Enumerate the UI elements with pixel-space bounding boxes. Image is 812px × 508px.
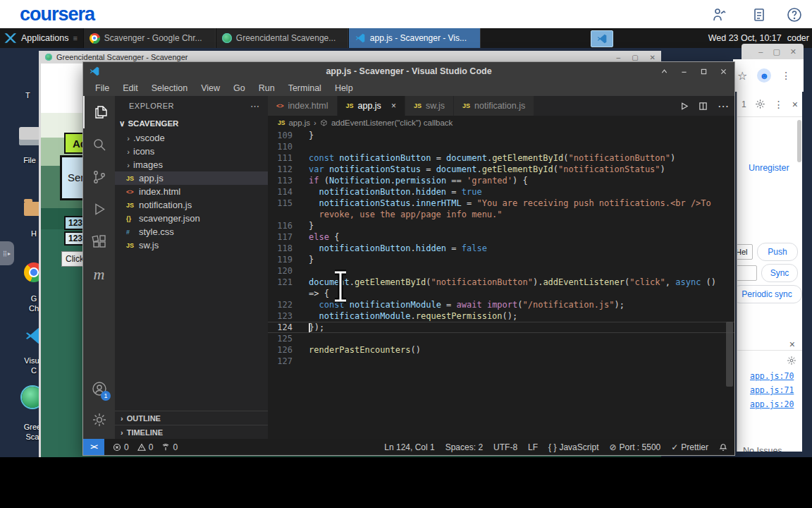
file-tree-item-style.css[interactable]: #style.css [115, 225, 268, 238]
code-area[interactable]: 109}110111const notificationButton = doc… [268, 130, 734, 439]
devtools-scrollbar[interactable] [797, 120, 801, 162]
push-button[interactable]: Push [757, 243, 798, 261]
close-icon[interactable]: ✕ [650, 54, 656, 61]
file-tree-item-.vscode[interactable]: ›.vscode [115, 131, 268, 145]
taskbar-button-chrome[interactable]: Scavenger - Google Chr... [83, 28, 216, 48]
cursor-position[interactable]: Ln 124, Col 1 [384, 442, 434, 452]
ports-indicator[interactable]: 0 [161, 442, 178, 452]
tab-notification.js[interactable]: JSnotification.js [454, 96, 534, 116]
split-editor-icon[interactable] [699, 102, 708, 111]
code-line[interactable]: 110 [268, 141, 734, 152]
notifications-bell-icon[interactable] [719, 443, 727, 452]
language-mode[interactable]: { } JavaScript [548, 442, 598, 452]
code-line[interactable]: 121document.getElementById("notification… [268, 277, 734, 288]
file-tree-item-index.html[interactable]: <>index.html [115, 185, 268, 198]
warnings-indicator[interactable]: 0 [137, 442, 154, 452]
panel-drawer-handle[interactable]: ⣿▸ [0, 241, 14, 265]
close-icon[interactable]: ✕ [790, 47, 796, 56]
extension-m-icon[interactable]: m [83, 258, 115, 291]
remote-indicator[interactable]: >< [83, 439, 104, 455]
source-control-icon[interactable] [83, 161, 115, 193]
file-tree-item-app.js[interactable]: JSapp.js [115, 171, 268, 185]
menu-file[interactable]: File [95, 83, 109, 93]
code-line[interactable]: 115 notificationStatus.innerHTML = "You … [268, 198, 734, 209]
code-line[interactable]: 119} [268, 254, 734, 265]
timeline-panel[interactable]: › TIMELINE [115, 425, 268, 439]
console-source-link[interactable]: app.js:71 [750, 385, 794, 395]
taskbar-button-greendot[interactable]: Greencidental Scavenge... [216, 28, 348, 48]
menu-go[interactable]: Go [233, 83, 245, 93]
editor-scrollbar[interactable] [726, 322, 733, 387]
menu-help[interactable]: Help [335, 83, 353, 93]
taskbar-button-vscode[interactable]: app.js - Scavenger - Vis... [348, 28, 481, 48]
run-file-icon[interactable] [679, 102, 689, 111]
menu-selection[interactable]: Selection [152, 83, 187, 93]
more-actions-icon[interactable]: ⋯ [718, 99, 729, 113]
code-line[interactable]: 113if (Notification.permission == 'grant… [268, 175, 734, 186]
close-icon[interactable] [720, 68, 727, 75]
minimize-icon[interactable] [680, 68, 688, 75]
extensions-icon[interactable] [83, 226, 115, 258]
breadcrumb[interactable]: JS app.js › addEventListener("click") ca… [268, 116, 734, 130]
live-server-port[interactable]: ⊘ Port : 5500 [609, 442, 660, 452]
maximize-icon[interactable]: ▢ [773, 47, 780, 56]
run-debug-icon[interactable] [83, 193, 115, 226]
file-tree-item-sw.js[interactable]: JSsw.js [115, 238, 268, 252]
explorer-icon[interactable] [83, 96, 116, 128]
code-line[interactable]: 126renderPastEncounters() [268, 344, 734, 356]
menu-edit[interactable]: Edit [123, 83, 138, 93]
shade-icon[interactable] [660, 68, 668, 75]
close-tab-icon[interactable]: × [391, 101, 396, 111]
devtools-close-icon[interactable]: × [792, 99, 798, 110]
code-line[interactable]: 125 [268, 333, 734, 344]
help-icon[interactable] [786, 6, 803, 23]
accounts-icon[interactable]: 1 [83, 373, 115, 405]
taskbar-vscode-mini-button[interactable] [591, 30, 613, 47]
code-line[interactable]: 120 [268, 265, 734, 277]
bookmark-star-icon[interactable]: ☆ [737, 69, 747, 83]
maximize-icon[interactable] [700, 68, 708, 75]
drawer-close-icon[interactable]: × [789, 339, 795, 350]
code-line[interactable]: revoke, use the app/page info menu." [268, 209, 734, 220]
code-line[interactable]: 122 const notificationModule = await imp… [268, 299, 734, 310]
push-message-input[interactable]: Hel [737, 244, 753, 260]
search-icon[interactable] [83, 128, 115, 161]
eol[interactable]: LF [528, 442, 538, 452]
formatter[interactable]: ✓ Prettier [671, 442, 708, 452]
devtools-menu-icon[interactable]: ⋮ [774, 99, 784, 110]
sync-tag-input[interactable] [737, 265, 757, 281]
code-line[interactable]: 114 notificationButton.hidden = true [268, 186, 734, 198]
file-tree-item-icons[interactable]: ›icons [115, 145, 268, 158]
tab-sw.js[interactable]: JSsw.js [405, 96, 454, 116]
console-source-link[interactable]: app.js:20 [750, 399, 794, 409]
minimize-icon[interactable]: ‒ [758, 47, 763, 56]
code-line[interactable]: 112var notificationStatus = document.get… [268, 164, 734, 175]
file-tree-item-notification.js[interactable]: JSnotification.js [115, 198, 268, 212]
maximize-icon[interactable]: ▢ [632, 54, 638, 61]
menu-view[interactable]: View [201, 83, 220, 93]
code-line[interactable]: 109} [268, 130, 734, 141]
devtools-settings-icon[interactable] [755, 99, 765, 109]
code-line[interactable]: 127 [268, 356, 734, 367]
code-line[interactable]: 116} [268, 220, 734, 231]
code-line[interactable]: 124}); [268, 322, 734, 333]
sync-button[interactable]: Sync [761, 264, 798, 282]
menu-terminal[interactable]: Terminal [288, 83, 321, 93]
menu-run[interactable]: Run [259, 83, 275, 93]
devtools-window-titlebar[interactable]: ‒ ▢ ✕ [742, 44, 804, 59]
workspace-section[interactable]: ∨ SCAVENGER [115, 116, 268, 131]
outline-panel[interactable]: › OUTLINE [115, 411, 268, 425]
code-line[interactable]: 111const notificationButton = document.g… [268, 152, 734, 164]
errors-indicator[interactable]: 0 [113, 442, 129, 452]
periodic-sync-button[interactable]: Periodic sync [737, 285, 802, 303]
tab-app.js[interactable]: JSapp.js× [338, 96, 405, 116]
tab-index.html[interactable]: <>index.html [268, 96, 338, 116]
vscode-titlebar[interactable]: app.js - Scavenger - Visual Studio Code [83, 62, 734, 80]
notes-icon[interactable] [751, 6, 768, 23]
applications-menu[interactable]: Applications ≡ [0, 28, 83, 48]
code-line[interactable]: 118 notificationButton.hidden = false [268, 243, 734, 254]
file-tree-item-scavenger.json[interactable]: {}scavenger.json [115, 212, 268, 225]
issues-settings-icon[interactable] [787, 356, 796, 365]
encoding[interactable]: UTF-8 [493, 442, 517, 452]
code-line[interactable]: 123 notificationModule.requestPermission… [268, 310, 734, 322]
